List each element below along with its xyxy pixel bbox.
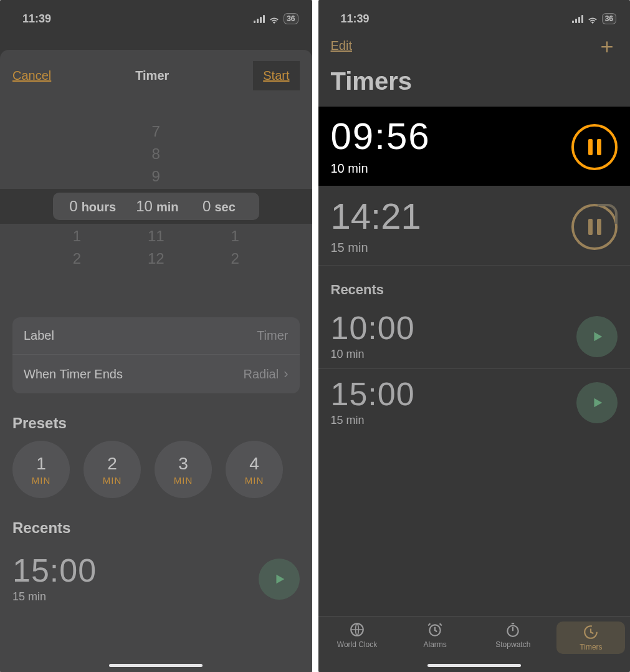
preset-3min[interactable]: 3MIN: [155, 441, 212, 498]
timer-settings: Label Timer When Timer Ends Radial›: [12, 317, 300, 393]
pause-button[interactable]: [571, 124, 618, 170]
seconds-value[interactable]: 0: [198, 198, 211, 215]
play-icon[interactable]: [576, 316, 618, 357]
home-indicator: [427, 664, 521, 667]
home-indicator: [109, 664, 203, 667]
cellular-icon: [254, 14, 265, 23]
when-ends-row[interactable]: When Timer Ends Radial›: [12, 354, 300, 393]
preset-1min[interactable]: 1MIN: [12, 441, 70, 498]
sheet-title: Timer: [135, 69, 169, 83]
preset-4min[interactable]: 4MIN: [226, 441, 283, 498]
recent-item[interactable]: 15:00 15 min: [0, 545, 312, 611]
timer-sheet: Cancel Timer Start 789 0hours 10min 0sec…: [0, 50, 312, 672]
active-sub: 10 min: [331, 161, 431, 176]
status-time: 11:39: [22, 12, 51, 26]
hours-value[interactable]: 0: [65, 198, 78, 215]
status-time: 11:39: [341, 12, 370, 26]
pause-icon: [588, 219, 601, 235]
status-bar: 11:39 36: [0, 0, 312, 31]
recent-item[interactable]: 15:00 15 min: [318, 369, 631, 434]
label-row[interactable]: Label Timer: [12, 317, 300, 354]
page-title: Timers: [318, 56, 631, 107]
duration-picker[interactable]: 789 0hours 10min 0sec 12 1112 12: [0, 120, 312, 270]
recents-title: Recents: [12, 519, 312, 537]
tab-timers[interactable]: Timers: [556, 622, 625, 654]
tab-world-clock[interactable]: World Clock: [323, 622, 391, 649]
minutes-value[interactable]: 10: [136, 198, 153, 215]
play-icon[interactable]: [259, 559, 300, 600]
screenshot-right: 11:39 36 Edit ＋ Timers 09:56 10 min: [318, 0, 631, 672]
running-timer-2[interactable]: 14:21 15 min: [318, 186, 631, 266]
recent-item[interactable]: 10:00 10 min: [318, 303, 631, 369]
tab-stopwatch[interactable]: Stopwatch: [479, 622, 547, 649]
active-timer[interactable]: 09:56 10 min: [318, 107, 631, 186]
chevron-right-icon: ›: [284, 366, 288, 382]
tab-alarms[interactable]: Alarms: [401, 622, 469, 649]
edit-button[interactable]: Edit: [331, 39, 352, 53]
battery-icon: 36: [602, 13, 616, 24]
wifi-icon: [269, 14, 280, 23]
battery-icon: 36: [284, 13, 298, 24]
pause-icon: [588, 139, 601, 155]
play-icon[interactable]: [576, 382, 618, 423]
presets-title: Presets: [12, 415, 312, 432]
add-button[interactable]: ＋: [596, 35, 618, 56]
active-time: 09:56: [331, 118, 431, 155]
screenshot-left: 11:39 36 Cancel Timer Start 789: [0, 0, 312, 672]
preset-2min[interactable]: 2MIN: [84, 441, 141, 498]
cellular-icon: [572, 14, 583, 23]
status-bar: 11:39 36: [318, 0, 631, 31]
pause-button[interactable]: [571, 204, 618, 250]
start-button[interactable]: Start: [253, 61, 299, 90]
wifi-icon: [587, 14, 598, 23]
cancel-button[interactable]: Cancel: [12, 69, 51, 83]
recents-title: Recents: [318, 266, 631, 303]
